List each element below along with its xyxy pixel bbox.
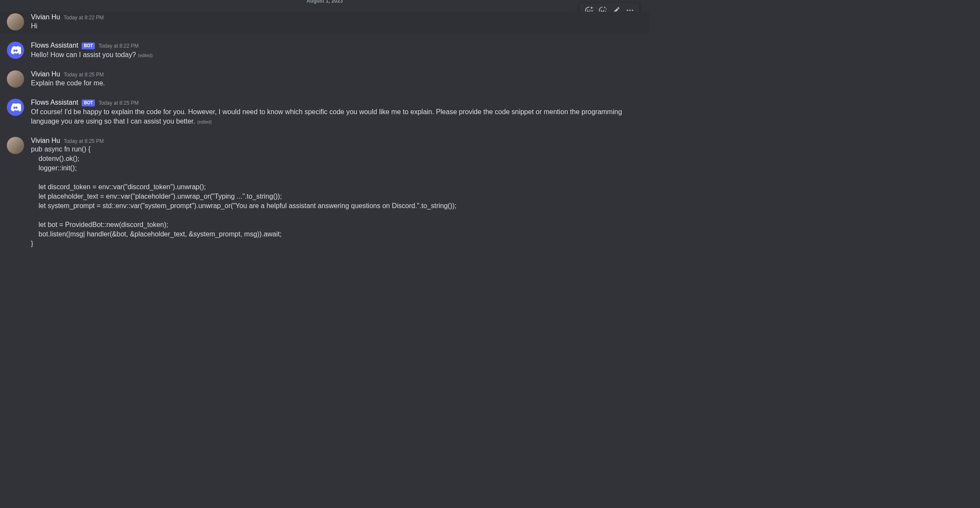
timestamp: Today at 8:22 PM <box>64 15 103 21</box>
message-content: Hello! How can I assist you today? (edit… <box>31 50 629 60</box>
message: Vivian HuToday at 8:25 PMpub async fn ru… <box>0 135 649 250</box>
avatar[interactable] <box>7 70 24 88</box>
avatar[interactable] <box>7 99 24 116</box>
timestamp: Today at 8:25 PM <box>64 138 103 144</box>
message-text: Hello! How can I assist you today? <box>31 51 136 58</box>
message: Vivian HuToday at 8:25 PMExplain the cod… <box>0 69 649 90</box>
message-header: Flows AssistantBOTToday at 8:22 PM <box>31 42 629 50</box>
timestamp: Today at 8:22 PM <box>98 43 138 49</box>
message-content: pub async fn run() { dotenv().ok(); logg… <box>31 145 629 248</box>
bot-tag: BOT <box>82 42 95 49</box>
message-header: Vivian HuToday at 8:25 PM <box>31 137 629 145</box>
message-content: Of course! I'd be happy to explain the c… <box>31 107 629 126</box>
avatar[interactable] <box>7 42 24 59</box>
avatar[interactable] <box>7 13 24 30</box>
edited-label: (edited) <box>196 120 212 124</box>
message-header: Vivian HuToday at 8:22 PM <box>31 13 629 21</box>
message: Flows AssistantBOTToday at 8:22 PMHello!… <box>0 40 649 61</box>
timestamp: Today at 8:25 PM <box>64 72 103 78</box>
date-divider: August 1, 2023 <box>0 0 649 4</box>
bot-tag: BOT <box>82 100 95 106</box>
author-name[interactable]: Flows Assistant <box>31 99 78 106</box>
message-content: Explain the code for me. <box>31 79 629 88</box>
edited-label: (edited) <box>137 53 153 58</box>
author-name[interactable]: Vivian Hu <box>31 70 60 78</box>
message-header: Flows AssistantBOTToday at 8:25 PM <box>31 99 629 107</box>
message-header: Vivian HuToday at 8:25 PM <box>31 70 629 78</box>
message-content: Hi <box>31 21 629 31</box>
timestamp: Today at 8:25 PM <box>98 100 138 106</box>
author-name[interactable]: Flows Assistant <box>31 42 78 49</box>
message: Flows AssistantBOTToday at 8:25 PMOf cou… <box>0 97 649 128</box>
message: Vivian HuToday at 8:22 PMHi <box>0 12 649 33</box>
message-list: Vivian HuToday at 8:22 PMHiFlows Assista… <box>0 4 649 337</box>
author-name[interactable]: Vivian Hu <box>31 137 60 145</box>
avatar[interactable] <box>7 137 24 154</box>
author-name[interactable]: Vivian Hu <box>31 13 60 21</box>
message-text: Hi <box>31 22 37 30</box>
message-text: Of course! I'd be happy to explain the c… <box>31 108 622 125</box>
message-text: Explain the code for me. <box>31 79 105 87</box>
